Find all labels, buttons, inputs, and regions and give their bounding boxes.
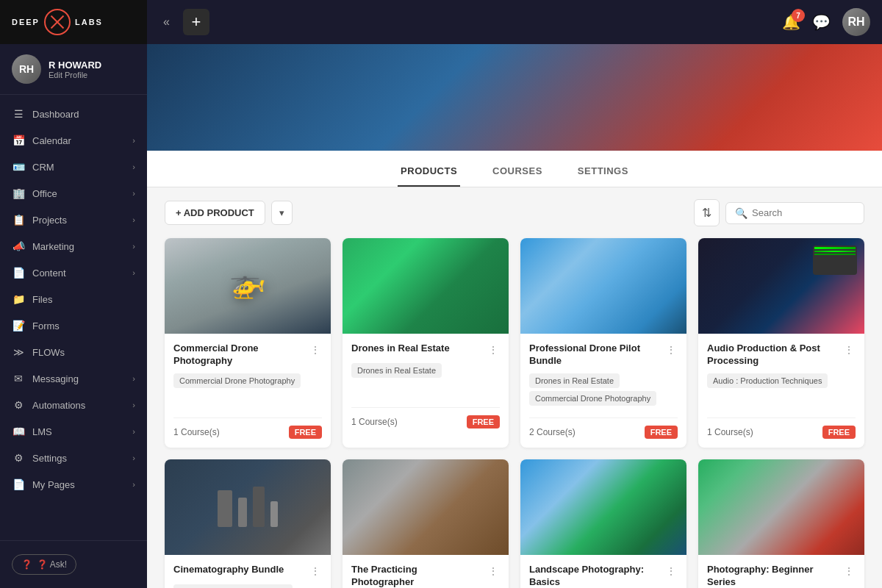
product-tag: Commercial Drone Photography	[529, 391, 656, 406]
product-menu-button[interactable]: ⋮	[487, 564, 500, 578]
product-card: Commercial Drone Photography ⋮ Commercia…	[165, 238, 331, 448]
product-card: The Practicing Photographer ⋮ The Practi…	[343, 459, 509, 588]
sidebar-item-messaging[interactable]: ✉ Messaging ›	[0, 365, 147, 392]
chevron-right-icon: ›	[132, 268, 135, 277]
product-footer: 2 Course(s) FREE	[529, 417, 678, 439]
sidebar-item-dashboard[interactable]: ☰ Dashboard	[0, 101, 147, 127]
sidebar-item-settings[interactable]: ⚙ Settings ›	[0, 445, 147, 471]
chevron-right-icon: ›	[132, 162, 135, 171]
sidebar-item-lms[interactable]: 📖 LMS ›	[0, 418, 147, 445]
product-body: Photography: Beginner Series ⋮ Landscape…	[698, 555, 864, 588]
product-title: Photography: Beginner Series	[707, 564, 838, 588]
product-card: Professional Drone Pilot Bundle ⋮ Drones…	[520, 238, 686, 448]
notification-bell[interactable]: 🔔 7	[782, 13, 800, 31]
products-area: + ADD PRODUCT ▾ ⇅ 🔍 Co	[147, 187, 882, 588]
tabs-bar: PRODUCTS COURSES SETTINGS	[147, 151, 882, 187]
product-title-row: Photography: Beginner Series ⋮	[707, 564, 856, 588]
ask-icon: ❓	[21, 559, 32, 570]
product-tags: Cinematography: Short Film...	[173, 584, 322, 588]
product-menu-button[interactable]: ⋮	[664, 343, 678, 357]
chevron-right-icon: ›	[132, 453, 135, 462]
notification-badge: 7	[792, 9, 805, 22]
price-badge: FREE	[289, 426, 322, 439]
product-image	[165, 238, 331, 334]
logo-icon: DEEP	[12, 18, 40, 26]
product-image	[343, 238, 509, 334]
chevron-right-icon: ›	[132, 215, 135, 224]
sidebar-item-office[interactable]: 🏢 Office ›	[0, 180, 147, 207]
sidebar-item-crm[interactable]: 🪪 CRM ›	[0, 154, 147, 180]
logo-circle-icon	[44, 9, 71, 35]
logo-text: LABS	[75, 18, 103, 26]
edit-profile-link[interactable]: Edit Profile	[49, 71, 135, 79]
product-title: Cinematography Bundle	[173, 564, 284, 576]
chevron-right-icon: ›	[132, 374, 135, 383]
user-info: R HOWARD Edit Profile	[49, 60, 135, 79]
product-title-row: The Practicing Photographer ⋮	[351, 564, 500, 588]
product-tag: Drones in Real Estate	[529, 373, 620, 388]
course-count: 1 Course(s)	[351, 417, 398, 427]
chevron-right-icon: ›	[132, 480, 135, 489]
sidebar-item-label: Files	[32, 294, 52, 305]
dropdown-arrow-button[interactable]: ▾	[271, 201, 293, 225]
product-title-row: Audio Production & Post Processing ⋮	[707, 343, 856, 368]
sidebar-item-files[interactable]: 📁 Files	[0, 286, 147, 312]
filter-button[interactable]: ⇅	[694, 199, 720, 226]
files-icon: 📁	[12, 293, 25, 305]
course-count: 1 Course(s)	[707, 427, 753, 437]
product-image	[520, 459, 686, 555]
search-input[interactable]	[752, 207, 855, 218]
ask-label: ❓ Ask!	[37, 559, 67, 570]
sidebar-item-marketing[interactable]: 📣 Marketing ›	[0, 233, 147, 259]
sidebar-item-content[interactable]: 📄 Content ›	[0, 259, 147, 286]
product-tag: Cinematography: Short Film...	[173, 584, 293, 588]
user-name: R HOWARD	[49, 60, 135, 71]
office-icon: 🏢	[12, 187, 25, 199]
sidebar-item-projects[interactable]: 📋 Projects ›	[0, 207, 147, 233]
product-body: Audio Production & Post Processing ⋮ Aud…	[698, 334, 864, 448]
sidebar-item-forms[interactable]: 📝 Forms	[0, 312, 147, 339]
product-menu-button[interactable]: ⋮	[664, 564, 678, 578]
product-card: Audio Production & Post Processing ⋮ Aud…	[698, 238, 864, 448]
sidebar-item-my-pages[interactable]: 📄 My Pages ›	[0, 471, 147, 498]
product-footer: 1 Course(s) FREE	[351, 407, 500, 429]
product-title-row: Commercial Drone Photography ⋮	[173, 343, 322, 368]
tab-courses[interactable]: COURSES	[490, 159, 545, 187]
top-bar: « + 🔔 7 💬 RH	[147, 0, 882, 44]
product-title: Commercial Drone Photography	[173, 343, 304, 368]
add-product-button[interactable]: + ADD PRODUCT	[165, 201, 265, 225]
price-badge: FREE	[645, 426, 678, 439]
product-menu-button[interactable]: ⋮	[842, 343, 856, 357]
product-title-row: Drones in Real Estate ⋮	[351, 343, 500, 357]
collapse-sidebar-button[interactable]: «	[159, 11, 174, 33]
sidebar-item-flows[interactable]: ≫ FLOWs	[0, 339, 147, 365]
tab-products[interactable]: PRODUCTS	[398, 159, 460, 187]
product-card: Cinematography Bundle ⋮ Cinematography: …	[165, 459, 331, 588]
message-icon[interactable]: 💬	[812, 13, 831, 31]
sidebar-item-automations[interactable]: ⚙ Automations ›	[0, 392, 147, 418]
tab-settings[interactable]: SETTINGS	[575, 159, 631, 187]
search-icon: 🔍	[735, 207, 747, 219]
sidebar-bottom: ❓ ❓ Ask!	[0, 540, 147, 588]
product-card: Landscape Photography: Basics ⋮ Photogra…	[520, 459, 686, 588]
sidebar: DEEP LABS RH R HOWARD Edit Profile ☰ Das…	[0, 0, 147, 588]
crm-icon: 🪪	[12, 161, 25, 173]
nav-menu: ☰ Dashboard 📅 Calendar › 🪪 CRM › 🏢 Offic…	[0, 95, 147, 540]
product-menu-button[interactable]: ⋮	[309, 343, 322, 357]
sidebar-item-calendar[interactable]: 📅 Calendar ›	[0, 127, 147, 154]
product-tag: Audio : Production Techniques	[707, 373, 828, 388]
automations-icon: ⚙	[12, 399, 25, 411]
product-menu-button[interactable]: ⋮	[487, 343, 500, 357]
sidebar-item-label: Messaging	[32, 373, 79, 384]
avatar: RH	[12, 54, 41, 84]
product-menu-button[interactable]: ⋮	[842, 564, 856, 578]
product-menu-button[interactable]: ⋮	[309, 564, 322, 578]
add-button[interactable]: +	[183, 9, 209, 35]
filter-icon: ⇅	[702, 207, 711, 219]
lms-icon: 📖	[12, 426, 25, 437]
product-body: Professional Drone Pilot Bundle ⋮ Drones…	[520, 334, 686, 448]
sidebar-item-label: My Pages	[32, 479, 75, 490]
profile-avatar[interactable]: RH	[842, 8, 870, 36]
ask-button[interactable]: ❓ ❓ Ask!	[12, 554, 76, 575]
sidebar-item-label: Automations	[32, 400, 85, 411]
